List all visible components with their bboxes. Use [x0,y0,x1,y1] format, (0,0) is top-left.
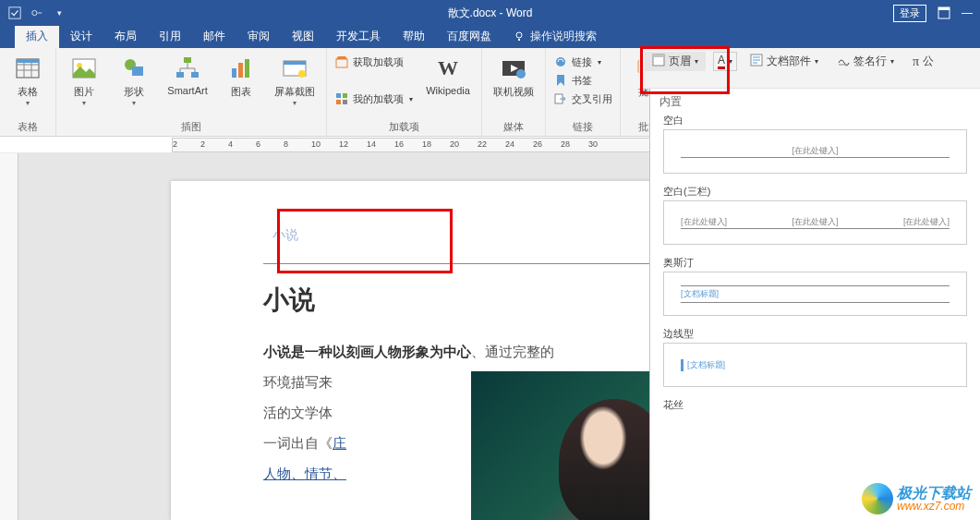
tab-view[interactable]: 视图 [281,25,325,48]
picture-icon [69,54,99,83]
header-template-blank-three[interactable]: 空白(三栏) [在此处键入][在此处键入][在此处键入] [650,183,980,254]
svg-rect-21 [336,93,341,98]
svg-rect-0 [9,7,20,18]
tab-review[interactable]: 审阅 [236,25,281,48]
builtin-label: 内置 [650,89,980,112]
svg-rect-13 [191,72,199,78]
ribbon-display-icon[interactable] [938,6,950,19]
quick-access-toolbar: ▾ [0,6,67,20]
touch-mode-icon[interactable] [30,6,44,20]
watermark-logo-icon [862,483,893,514]
header-template-austin[interactable]: 奥斯汀 [文档标题] [650,254,980,325]
my-addins-button[interactable]: 我的加载项▾ [333,91,415,107]
minimize-icon[interactable]: — [962,6,973,19]
group-media-label: 媒体 [488,120,539,136]
svg-rect-14 [232,68,236,78]
crossref-icon [553,91,568,106]
screenshot-button[interactable]: 屏幕截图▾ [269,54,321,107]
autosave-icon[interactable] [7,6,22,20]
online-video-button[interactable]: 联机视频 [488,54,539,99]
header-template-filigree[interactable]: 花丝 [650,396,980,412]
wikipedia-button[interactable]: WWikipedia [420,54,476,96]
line5b[interactable]: 情节、 [305,466,346,481]
group-addins-label: 加载项 [333,120,476,136]
template-title: 花丝 [663,398,967,412]
header-text[interactable]: 小说 [272,227,298,244]
video-icon [499,54,528,83]
tab-help[interactable]: 帮助 [392,25,436,48]
tab-mailings[interactable]: 邮件 [192,25,236,48]
link-icon [553,54,568,69]
header-icon [652,54,665,69]
font-color-button[interactable]: A ▾ [713,52,737,71]
header-gallery-panel: 内置 空白 [在此处键入] 空白(三栏) [在此处键入][在此处键入][在此处键… [649,48,980,520]
svg-rect-16 [245,59,249,78]
group-tables: 表格 ▾ 表格 [0,48,56,136]
tab-baidu[interactable]: 百度网盘 [436,25,502,48]
group-illustrations: 图片▾ 形状▾ SmartArt 图表 屏幕截图▾ 插图 [56,48,327,136]
para-rest: 、通过完整的 [471,344,554,359]
equation-button[interactable]: π 公 [907,52,939,71]
shapes-icon [119,54,149,83]
group-links-label: 链接 [551,120,614,136]
window-title: 散文.docx - Word [448,6,533,21]
textparts-button[interactable]: 文档部件▾ [744,52,824,71]
bookmark-icon [553,73,568,88]
header-dropdown-button[interactable]: 页眉 ▾ [645,52,706,71]
line5a[interactable]: 人物、 [263,466,305,481]
watermark: 极光下载站 www.xz7.com [862,483,971,514]
group-links: 链接▾ 书签 交叉引用 链接 [546,48,621,136]
template-title: 空白(三栏) [663,185,967,199]
svg-rect-32 [653,54,664,57]
get-addins-button[interactable]: 获取加载项 [333,54,415,70]
pi-icon: π [913,54,919,69]
tab-insert[interactable]: 插入 [15,25,59,48]
svg-point-26 [516,69,526,79]
textparts-icon [750,54,763,69]
chart-icon [226,54,256,83]
header-template-border[interactable]: 边线型 [文档标题] [650,325,980,396]
crossref-button[interactable]: 交叉引用 [551,91,614,107]
addins-icon [334,91,349,106]
line4a: 一词出自《 [263,435,333,451]
template-title: 边线型 [663,327,967,341]
svg-point-4 [516,32,522,38]
svg-rect-15 [238,63,243,78]
group-tables-label: 表格 [6,120,50,136]
svg-rect-23 [336,100,341,104]
svg-point-19 [298,70,306,78]
font-icon: A [718,54,725,69]
tab-references[interactable]: 引用 [148,25,192,48]
line4-link[interactable]: 庄 [333,435,346,451]
tab-developer[interactable]: 开发工具 [325,25,392,48]
vertical-ruler[interactable] [0,153,18,520]
signature-button[interactable]: 签名行▾ [831,52,900,71]
signature-icon [837,54,850,69]
wikipedia-icon: W [433,54,463,83]
bookmark-button[interactable]: 书签 [551,72,614,89]
tab-design[interactable]: 设计 [59,25,103,48]
para-bold: 小说是一种以刻画人物形象为中心 [263,344,471,359]
login-button[interactable]: 登录 [893,5,926,22]
template-title: 奥斯汀 [663,256,967,270]
svg-rect-20 [336,59,347,67]
shapes-button[interactable]: 形状▾ [112,54,156,107]
tab-layout[interactable]: 布局 [103,25,148,48]
tell-me-search[interactable]: 操作说明搜索 [514,29,597,48]
svg-rect-24 [343,100,347,104]
chart-button[interactable]: 图表 [219,54,263,99]
svg-rect-12 [176,72,184,78]
screenshot-icon [280,54,309,83]
template-title: 空白 [663,114,967,127]
tables-button[interactable]: 表格 ▾ [6,54,50,107]
svg-rect-6 [17,59,39,63]
svg-rect-10 [132,67,143,76]
link-button[interactable]: 链接▾ [551,54,614,70]
smartart-button[interactable]: SmartArt [162,54,213,96]
svg-point-1 [32,10,37,15]
pictures-button[interactable]: 图片▾ [62,54,106,107]
qat-dropdown-icon[interactable]: ▾ [52,6,67,20]
header-label: 页眉 [669,54,691,69]
title-bar: ▾ 散文.docx - Word 登录 — [0,0,980,26]
header-template-blank[interactable]: 空白 [在此处键入] [650,112,980,183]
